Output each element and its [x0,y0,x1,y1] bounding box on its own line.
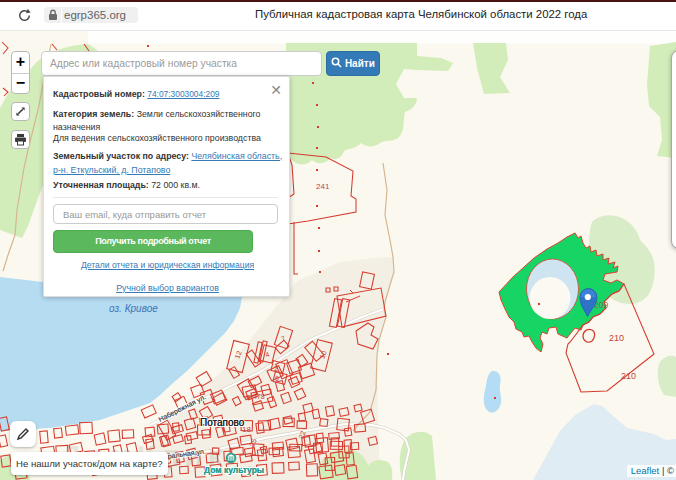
svg-text:оз. Кривое: оз. Кривое [109,303,158,314]
svg-text:6: 6 [275,375,279,382]
svg-text:478: 478 [253,393,265,400]
svg-text:Дом культуры: Дом культуры [204,465,264,475]
svg-text:210: 210 [621,371,636,381]
svg-text:9: 9 [246,394,250,401]
svg-text:2: 2 [274,365,278,372]
svg-text:Потапово: Потапово [200,417,245,428]
svg-text:210: 210 [609,333,624,343]
svg-text:241: 241 [316,182,330,191]
